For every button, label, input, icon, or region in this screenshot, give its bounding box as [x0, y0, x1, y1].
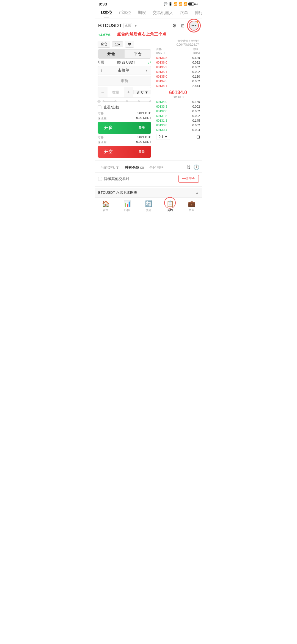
- divider-1: [95, 160, 202, 161]
- current-orders-tab[interactable]: 当前委托 (1): [98, 162, 122, 172]
- order-type-selector[interactable]: ℹ 市价单 ▼: [98, 66, 151, 75]
- status-icons: 💬 📳 📶 📶 📶 47: [164, 2, 198, 6]
- battery-icon: [188, 2, 194, 6]
- slider-dots: [103, 100, 151, 102]
- sell-qty-4: 0.002: [192, 70, 200, 73]
- contract-label: 合约: [167, 208, 173, 212]
- nav-market[interactable]: 📊 行情: [116, 199, 138, 213]
- available-row: 可用 86.92 USDT ⇄: [98, 60, 151, 65]
- pair-right: ⚙ ⊞ •••: [172, 21, 199, 31]
- wifi-icon: 📶: [174, 2, 177, 6]
- home-icon: 🏠: [102, 200, 109, 208]
- order-type-label: 市价单: [102, 68, 145, 73]
- kline-collapse-icon: ▲: [195, 191, 199, 195]
- tab-robot[interactable]: 交易机器人: [149, 7, 177, 18]
- ob-header: 价格(USDT) 数量(BTC): [156, 47, 200, 55]
- nav-contract[interactable]: 📋 合约: [159, 199, 181, 213]
- buy-row: 60132.0 0.002: [156, 109, 200, 113]
- buy-qty-1: 0.130: [192, 100, 200, 103]
- divider-2: [95, 186, 202, 187]
- hide-pairs-checkbox[interactable]: [98, 177, 102, 181]
- price-annotation-row: +4.67% 点合约然后点右上角三个点: [95, 32, 202, 39]
- order-book: 资金费率 / 倒计时 0.0047%/02:26:07 价格(USDT) 数量(…: [154, 39, 202, 159]
- single-btn[interactable]: 单: [125, 41, 134, 48]
- sell-qty-2: 0.092: [192, 61, 200, 64]
- buy-sub: 看涨: [139, 126, 145, 130]
- buy-price-6: 60130.8: [156, 124, 167, 127]
- top-tabs: U本位 币本位 期权 交易机器人 跟单 排行榜 New: [95, 7, 202, 18]
- price-input[interactable]: 市价: [98, 76, 151, 86]
- leverage-row: 全仓 15x 单: [98, 41, 151, 48]
- indicator-icon[interactable]: ⊞: [181, 23, 185, 28]
- sell-qty-5: 0.130: [192, 75, 200, 78]
- close-tab[interactable]: 平仓: [125, 50, 151, 58]
- funds-icon: 💼: [188, 200, 195, 208]
- quantity-unit[interactable]: BTC ▼: [133, 90, 151, 94]
- buy-price-1: 60134.0: [156, 100, 167, 103]
- chart-settings-icon[interactable]: ⚙: [172, 23, 177, 29]
- depth-row: 0.1 ▼ ⊟: [156, 134, 200, 140]
- buy-qty-7: 0.004: [192, 128, 200, 132]
- ob-qty-header: 数量(BTC): [193, 47, 200, 54]
- nav-trade[interactable]: 🔄 交易: [138, 199, 159, 213]
- quantity-row: − 数量 + BTC ▼: [98, 87, 151, 98]
- buy-price-4: 60131.8: [156, 114, 167, 118]
- slider-dot-1: [114, 100, 116, 102]
- depth-selector[interactable]: 0.1 ▼: [156, 134, 170, 140]
- tab-icons: ⇅ 🕐: [186, 164, 199, 170]
- buy-row: 60131.8 0.002: [156, 113, 200, 118]
- tab-coin-base[interactable]: 币本位: [116, 7, 134, 18]
- slider-dot-0: [103, 100, 105, 102]
- mid-price: 60134.0: [156, 90, 200, 95]
- history-icon[interactable]: 🕐: [193, 164, 199, 170]
- open-tab[interactable]: 开仓: [98, 50, 125, 58]
- tab-ranking[interactable]: 排行榜 New: [191, 7, 202, 18]
- trading-area: 全仓 15x 单 开仓 平仓 可用 86.92 USDT ⇄ ℹ 市价单 ▼ 市…: [95, 39, 202, 159]
- pair-type: 永续: [123, 23, 132, 28]
- transfer-icon[interactable]: ⇄: [148, 60, 151, 65]
- buy-price-2: 60133.3: [156, 105, 167, 108]
- wechat-icon: 💬: [164, 2, 167, 6]
- sell-price-6: 60134.5: [156, 80, 167, 83]
- nav-home[interactable]: 🏠 首页: [95, 199, 116, 213]
- buy-button[interactable]: 开多 看涨: [98, 122, 151, 134]
- grid-tab[interactable]: 合约网格: [147, 162, 166, 172]
- buy-orders: 60134.0 0.130 60133.3 0.002 60132.0 0.00…: [156, 99, 200, 132]
- sell-button[interactable]: 开空 看跌: [98, 146, 151, 158]
- nav-funds[interactable]: 💼 资金: [181, 199, 202, 213]
- sell-margin-val: 0.00 USDT: [136, 140, 151, 144]
- quantity-minus-button[interactable]: −: [98, 87, 108, 97]
- tab-u-base[interactable]: U本位: [98, 7, 116, 18]
- buy-qty-3: 0.002: [192, 110, 200, 113]
- quantity-label: 数量: [108, 90, 124, 95]
- buy-qty-2: 0.002: [192, 105, 200, 108]
- dropdown-arrow-icon: ▼: [145, 69, 148, 72]
- ob-price-header: 价格(USDT): [156, 47, 165, 54]
- leverage-btn[interactable]: 15x: [112, 41, 123, 47]
- stop-loss-checkbox[interactable]: [98, 105, 101, 109]
- slider-dot-2: [126, 100, 128, 102]
- price-change: +4.67%: [98, 33, 110, 37]
- orders-badge: (1): [116, 166, 119, 169]
- quantity-plus-button[interactable]: +: [124, 87, 134, 97]
- close-all-button[interactable]: 一键平仓: [178, 175, 199, 183]
- sell-qty-1: 0.629: [192, 56, 200, 59]
- full-position-btn[interactable]: 全仓: [98, 41, 110, 48]
- orderbook-view-icon[interactable]: ⊟: [196, 134, 200, 140]
- slider-track[interactable]: [103, 101, 151, 102]
- sort-icon[interactable]: ⇅: [186, 164, 191, 170]
- chevron-down-icon[interactable]: ▼: [134, 24, 138, 28]
- more-menu-button[interactable]: •••: [189, 21, 199, 31]
- buy-row: 60130.8 0.002: [156, 123, 200, 127]
- buy-qty-6: 0.002: [192, 124, 200, 127]
- positions-badge: (2): [140, 166, 144, 169]
- status-time: 9:33: [99, 2, 107, 6]
- kline-card[interactable]: BTCUSDT 永续 K线图表 ▲: [95, 188, 202, 197]
- positions-tab[interactable]: 持有仓位 (2): [122, 162, 147, 172]
- tab-options[interactable]: 期权: [134, 7, 149, 18]
- buy-margin-row: 保证金 0.00 USDT: [98, 116, 151, 120]
- tab-copy[interactable]: 跟单: [177, 7, 191, 18]
- leverage-slider-row: [98, 100, 151, 103]
- market-icon: 📊: [123, 200, 131, 208]
- fund-rate: 资金费率 / 倒计时 0.0047%/02:26:07: [156, 39, 200, 47]
